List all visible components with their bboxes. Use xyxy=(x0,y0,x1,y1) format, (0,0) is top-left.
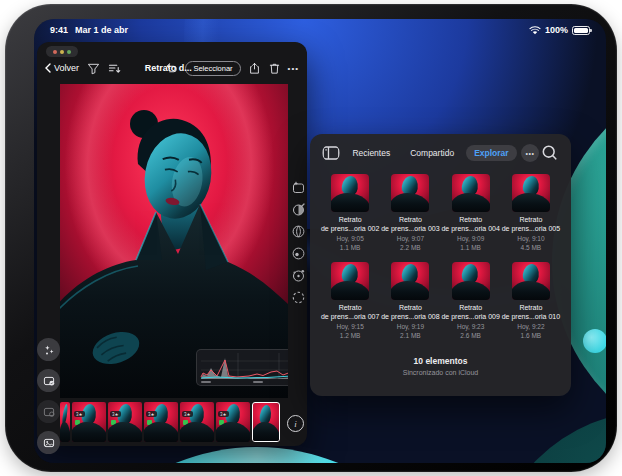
rating-badge: 3★ xyxy=(218,411,229,417)
file-size: 2.2 MB xyxy=(400,244,421,252)
file-thumbnail xyxy=(452,262,490,300)
enhance-wand-icon[interactable] xyxy=(291,180,306,195)
file-date: Hoy, 9:23 xyxy=(457,323,484,331)
sidebar-toggle-icon[interactable] xyxy=(322,144,340,162)
file-item[interactable]: Retratode prens...oria 007 Hoy, 9:15 1.2… xyxy=(320,262,380,340)
ipad-device-frame: 9:41 Mar 1 de abr 100% xyxy=(5,4,617,472)
filmstrip: 3★ 3★ 3★ 3★ 3★ xyxy=(60,402,288,442)
file-name: Retrato xyxy=(381,216,439,225)
photo-browser-button[interactable] xyxy=(37,431,60,454)
sparkles-icon xyxy=(43,344,55,356)
sync-status: Sincronizado con iCloud xyxy=(310,369,571,376)
filmstrip-thumb-selected[interactable] xyxy=(252,402,280,442)
edited-badge xyxy=(219,420,224,425)
rating-badge: 3★ xyxy=(110,411,121,417)
sort-icon[interactable] xyxy=(108,62,121,75)
file-size: 2.6 MB xyxy=(460,332,481,340)
file-date: Hoy, 9:05 xyxy=(336,235,363,243)
file-date: Hoy, 9:15 xyxy=(336,323,363,331)
back-button[interactable]: Volver xyxy=(45,63,79,73)
histogram-panel xyxy=(196,349,288,386)
battery-icon xyxy=(572,26,590,35)
file-name-2: de prens...oria 005 xyxy=(502,225,560,234)
file-thumbnail xyxy=(452,174,490,212)
file-name: Retrato xyxy=(502,216,560,225)
file-name-2: de prens...oria 008 xyxy=(381,313,439,322)
filters-icon[interactable] xyxy=(291,202,306,217)
share-icon[interactable] xyxy=(248,62,261,75)
search-icon[interactable] xyxy=(541,144,559,162)
select-button[interactable]: Seleccionar xyxy=(185,61,240,76)
filmstrip-thumb[interactable]: 3★ xyxy=(72,402,106,442)
wallpaper-cyan-circle xyxy=(42,447,472,463)
compare-button[interactable] xyxy=(37,400,60,423)
preset-badge-button[interactable] xyxy=(37,369,60,392)
wallpaper-dark-teal-circle xyxy=(489,411,606,463)
file-thumbnail xyxy=(512,262,550,300)
tab-recientes[interactable]: Recientes xyxy=(344,145,398,161)
file-item[interactable]: Retratode prens...oria 004 Hoy, 9:09 1.1… xyxy=(441,174,501,252)
file-name: Retrato xyxy=(502,304,560,313)
files-browser-window: Recientes Compartido Explorar ••• Retrat… xyxy=(310,134,571,396)
file-name-2: de prens...oria 007 xyxy=(321,313,379,322)
trash-icon[interactable] xyxy=(268,62,281,75)
file-name: Retrato xyxy=(321,304,379,313)
white-balance-icon[interactable] xyxy=(291,246,306,261)
info-icon: i xyxy=(294,419,297,429)
window-dot-yellow xyxy=(60,50,64,54)
wallpaper-cyan-dot xyxy=(583,329,606,353)
edited-badge xyxy=(75,420,80,425)
file-name-2: de prens...oria 010 xyxy=(502,313,560,322)
editor-side-buttons xyxy=(37,338,60,454)
files-tabs: Recientes Compartido Explorar xyxy=(344,145,516,161)
edited-badge xyxy=(111,420,116,425)
info-button[interactable]: i xyxy=(287,415,304,432)
tab-compartido[interactable]: Compartido xyxy=(402,145,462,161)
status-bar: 9:41 Mar 1 de abr 100% xyxy=(34,19,606,41)
editing-tools-column xyxy=(291,180,307,305)
files-toolbar: Recientes Compartido Explorar ••• xyxy=(310,141,571,165)
filmstrip-thumb[interactable]: 3★ xyxy=(180,402,214,442)
file-item[interactable]: Retratode prens...oria 003 Hoy, 9:07 2.2… xyxy=(380,174,440,252)
editor-toolbar: Volver Retrato d... Seleccionar ••• xyxy=(37,56,307,80)
status-time: 9:41 xyxy=(50,25,68,35)
rating-badge: 3★ xyxy=(146,411,157,417)
dashed-circle-icon[interactable] xyxy=(291,290,306,305)
auto-enhance-button[interactable] xyxy=(37,338,60,361)
file-size: 1.2 MB xyxy=(340,332,361,340)
file-item[interactable]: Retratode prens...oria 002 Hoy, 9:05 1.1… xyxy=(320,174,380,252)
filter-funnel-icon[interactable] xyxy=(87,62,100,75)
filmstrip-thumb[interactable]: 3★ xyxy=(108,402,142,442)
file-item[interactable]: Retratode prens...oria 008 Hoy, 9:19 2.1… xyxy=(380,262,440,340)
wifi-icon xyxy=(529,26,541,35)
rating-badge: 3★ xyxy=(182,411,193,417)
file-date: Hoy, 9:07 xyxy=(397,235,424,243)
file-item[interactable]: Retratode prens...oria 009 Hoy, 9:23 2.6… xyxy=(441,262,501,340)
editor-more-button[interactable]: ••• xyxy=(288,64,299,73)
file-size: 1.1 MB xyxy=(460,244,481,252)
file-size: 4.5 MB xyxy=(521,244,542,252)
file-size: 2.1 MB xyxy=(400,332,421,340)
file-item[interactable]: Retratode prens...oria 005 Hoy, 9:10 4.5… xyxy=(501,174,561,252)
aperture-icon[interactable] xyxy=(291,224,306,239)
file-thumbnail xyxy=(512,174,550,212)
item-count: 10 elementos xyxy=(310,356,571,366)
photo-canvas[interactable] xyxy=(60,84,288,398)
filmstrip-thumb[interactable]: 3★ xyxy=(216,402,250,442)
photo-badge-icon xyxy=(43,406,55,418)
file-date: Hoy, 9:10 xyxy=(517,235,544,243)
tab-explorar[interactable]: Explorar xyxy=(466,145,517,161)
more-button[interactable]: ••• xyxy=(521,144,539,162)
files-footer: 10 elementos Sincronizado con iCloud xyxy=(310,356,571,376)
file-name-2: de prens...oria 009 xyxy=(441,313,499,322)
photo-check-icon xyxy=(43,375,55,387)
filmstrip-thumb[interactable]: 3★ xyxy=(144,402,178,442)
rating-badge: 3★ xyxy=(74,411,85,417)
color-wheel-icon[interactable] xyxy=(291,268,306,283)
edited-badge xyxy=(147,420,152,425)
window-dot-red xyxy=(53,50,57,54)
battery-percent: 100% xyxy=(545,25,568,35)
file-name-2: de prens...oria 002 xyxy=(321,225,379,234)
file-item[interactable]: Retratode prens...oria 010 Hoy, 9:22 1.6… xyxy=(501,262,561,340)
filmstrip-thumb[interactable] xyxy=(60,402,70,442)
